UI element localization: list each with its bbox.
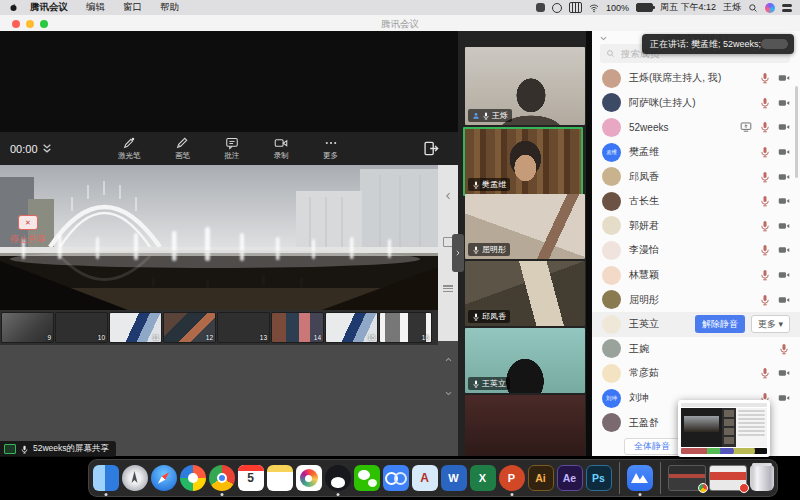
dock-item-photoshop[interactable]: Ps: [586, 459, 612, 497]
video-tile[interactable]: 屈明彤: [465, 194, 585, 259]
slide-thumbnail[interactable]: 10: [56, 313, 107, 342]
mic-icon[interactable]: [759, 171, 771, 183]
member-row[interactable]: 常彦茹: [592, 361, 800, 386]
mic-icon[interactable]: [759, 195, 771, 207]
dock-item-minimized-window-1[interactable]: [668, 459, 706, 497]
slide-thumbnail[interactable]: 13: [218, 313, 269, 342]
video-tile[interactable]: 邱凤香: [465, 261, 585, 326]
camera-icon[interactable]: [778, 121, 790, 133]
dock-item-minimized-window-2[interactable]: [709, 459, 747, 497]
mic-icon[interactable]: [759, 244, 771, 256]
record-tool[interactable]: 录制: [274, 136, 289, 161]
menu-edit[interactable]: 编辑: [86, 1, 105, 14]
slide-thumbnail[interactable]: 15: [326, 313, 377, 342]
screen-share-icon[interactable]: [740, 121, 752, 133]
camera-icon[interactable]: [778, 269, 790, 281]
member-row[interactable]: 孟维 樊孟维: [592, 140, 800, 165]
chevron-left-icon[interactable]: [443, 191, 453, 201]
dock-item-blue-rings-app[interactable]: [383, 459, 409, 497]
slide-thumbnail[interactable]: 14: [272, 313, 323, 342]
camera-icon[interactable]: [778, 220, 790, 232]
video-tile[interactable]: 王烁: [465, 47, 585, 125]
menu-app-name[interactable]: 腾讯会议: [30, 1, 68, 14]
menu-datetime[interactable]: 周五 下午4:12: [660, 1, 716, 14]
status-ring-icon[interactable]: [552, 3, 562, 13]
panel-scrollbar[interactable]: [795, 86, 798, 178]
dock-item-calendar[interactable]: 5: [238, 459, 264, 497]
mic-icon[interactable]: [759, 121, 771, 133]
menu-lines-icon[interactable]: [443, 285, 453, 292]
mic-icon[interactable]: [759, 146, 771, 158]
member-row[interactable]: 屈明彤: [592, 287, 800, 312]
dock-item-illustrator[interactable]: Ai: [528, 459, 554, 497]
more-button[interactable]: 更多 ▾: [751, 315, 790, 333]
member-row[interactable]: 李漫怡: [592, 238, 800, 263]
chevron-down-icon[interactable]: [444, 389, 453, 398]
dock-item-chrome[interactable]: [209, 459, 235, 497]
mic-icon[interactable]: [759, 269, 771, 281]
dock-item-after-effects[interactable]: Ae: [557, 459, 583, 497]
pen-tool[interactable]: 画笔: [175, 136, 190, 161]
camera-icon[interactable]: [778, 392, 790, 404]
menu-window[interactable]: 窗口: [123, 1, 142, 14]
mic-icon[interactable]: [759, 72, 771, 84]
member-row[interactable]: 阿萨咪(主持人): [592, 91, 800, 116]
apple-menu-icon[interactable]: [9, 3, 18, 12]
menu-help[interactable]: 帮助: [160, 1, 179, 14]
unmute-button[interactable]: 解除静音: [695, 315, 745, 333]
dock-item-qq[interactable]: [325, 459, 351, 497]
camera-icon[interactable]: [778, 72, 790, 84]
camera-icon[interactable]: [778, 195, 790, 207]
member-row[interactable]: 52weeks: [592, 115, 800, 140]
slide-thumbnail[interactable]: 16: [380, 313, 431, 342]
spotlight-search-icon[interactable]: [748, 3, 758, 13]
annotate-tool[interactable]: 批注: [224, 136, 239, 161]
mic-icon[interactable]: [759, 220, 771, 232]
dock-item-finder[interactable]: [93, 459, 119, 497]
battery-icon[interactable]: [636, 3, 653, 12]
member-row[interactable]: 王烁(联席主持人, 我): [592, 66, 800, 91]
siri-icon[interactable]: [765, 3, 775, 13]
input-source-icon[interactable]: [569, 2, 582, 13]
dock-item-excel[interactable]: X: [470, 459, 496, 497]
mic-icon[interactable]: [759, 97, 771, 109]
member-row[interactable]: 王婉: [592, 337, 800, 362]
dock-item-tencent-meeting[interactable]: [627, 459, 653, 497]
dock-item-notes[interactable]: [267, 459, 293, 497]
dock-item-autocad[interactable]: A: [412, 459, 438, 497]
exit-annotation-icon[interactable]: [423, 140, 440, 157]
camera-icon[interactable]: [778, 97, 790, 109]
collapse-toolbar-icon[interactable]: [42, 143, 52, 155]
laser-pen-tool[interactable]: 激光笔: [118, 136, 141, 161]
mic-icon[interactable]: [759, 294, 771, 306]
video-tile[interactable]: 王英立: [465, 328, 585, 393]
more-tool[interactable]: 更多: [323, 136, 338, 161]
menu-username[interactable]: 王烁: [723, 1, 741, 14]
chevron-up-icon[interactable]: [444, 355, 453, 364]
dock-item-launchpad[interactable]: [122, 459, 148, 497]
dock-item-safari[interactable]: [151, 459, 177, 497]
video-tile-speaking[interactable]: 樊孟维: [463, 127, 583, 196]
strip-collapse-handle[interactable]: [452, 234, 464, 272]
camera-icon[interactable]: [778, 244, 790, 256]
dock-item-powerpoint[interactable]: P: [499, 459, 525, 497]
camera-icon[interactable]: [778, 171, 790, 183]
camera-icon[interactable]: [778, 146, 790, 158]
member-row[interactable]: 郭妍君: [592, 214, 800, 239]
floating-preview-window[interactable]: [678, 400, 770, 457]
camera-icon[interactable]: [778, 294, 790, 306]
control-center-icon[interactable]: [782, 4, 792, 12]
member-row[interactable]: 古长生: [592, 189, 800, 214]
dock-item-photos[interactable]: [296, 459, 322, 497]
member-row[interactable]: 邱凤香: [592, 164, 800, 189]
dock-item-word[interactable]: W: [441, 459, 467, 497]
video-tile-partial[interactable]: [465, 395, 585, 456]
member-row[interactable]: 林慧颖: [592, 263, 800, 288]
dock-item-wechat[interactable]: [354, 459, 380, 497]
camera-icon[interactable]: [778, 367, 790, 379]
mic-icon[interactable]: [778, 343, 790, 355]
dock-item-trash[interactable]: [750, 459, 774, 497]
dock-item-browser-360[interactable]: [180, 459, 206, 497]
mute-all-button[interactable]: 全体静音: [624, 438, 680, 455]
wifi-icon[interactable]: [589, 3, 599, 13]
